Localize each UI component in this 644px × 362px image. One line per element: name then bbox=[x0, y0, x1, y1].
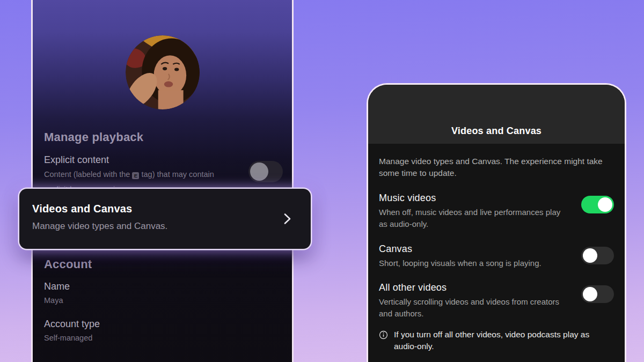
detail-screen-title: Videos and Canvas bbox=[451, 125, 541, 137]
detail-screen-header: Videos and Canvas bbox=[368, 85, 625, 144]
info-icon bbox=[379, 330, 388, 339]
videos-and-canvas-row[interactable]: Videos and Canvas Manage video types and… bbox=[19, 189, 311, 249]
name-label: Name bbox=[44, 281, 70, 292]
explicit-tag-icon: E bbox=[132, 172, 139, 179]
all-other-videos-label: All other videos bbox=[379, 282, 568, 293]
videos-canvas-detail-screen: Videos and Canvas Manage video types and… bbox=[367, 83, 626, 362]
account-type-label: Account type bbox=[44, 319, 100, 330]
canvas-row: Canvas Short, looping visuals when a son… bbox=[379, 243, 614, 269]
manage-playback-header: Manage playback bbox=[44, 130, 143, 144]
canvas-toggle[interactable] bbox=[581, 247, 614, 264]
account-type-value: Self-managed bbox=[44, 334, 92, 342]
all-other-videos-row: All other videos Vertically scrolling vi… bbox=[379, 282, 614, 320]
settings-phone-screen: Manage playback Explicit content Content… bbox=[31, 0, 294, 362]
videos-and-canvas-row-title: Videos and Canvas bbox=[32, 203, 132, 215]
explicit-description-clipped-line: explicit language or imagery bbox=[44, 185, 141, 189]
explicit-content-label: Explicit content bbox=[44, 154, 109, 166]
videos-and-canvas-row-subtitle: Manage video types and Canvas. bbox=[32, 221, 167, 232]
music-videos-row: Music videos When off, music videos and … bbox=[379, 193, 614, 230]
explicit-content-description: Content (labeled with the E tag) that ma… bbox=[44, 170, 214, 179]
podcast-note-text: If you turn off all other videos, video … bbox=[394, 329, 614, 353]
name-value: Maya bbox=[44, 296, 63, 305]
all-other-videos-toggle[interactable] bbox=[581, 285, 614, 303]
music-videos-toggle[interactable] bbox=[581, 196, 614, 213]
explicit-content-toggle[interactable] bbox=[248, 161, 283, 182]
music-videos-description: When off, music videos and live performa… bbox=[379, 206, 568, 230]
canvas-description: Short, looping visuals when a song is pl… bbox=[379, 257, 541, 269]
all-other-videos-description: Vertically scrolling videos and videos f… bbox=[379, 296, 568, 320]
account-header: Account bbox=[44, 257, 92, 271]
chevron-right-icon bbox=[281, 212, 294, 225]
detail-screen-description: Manage video types and Canvas. The exper… bbox=[379, 156, 611, 179]
canvas-label: Canvas bbox=[379, 243, 541, 255]
music-videos-label: Music videos bbox=[379, 193, 568, 204]
profile-avatar[interactable] bbox=[126, 35, 200, 109]
podcast-note: If you turn off all other videos, video … bbox=[379, 329, 614, 353]
